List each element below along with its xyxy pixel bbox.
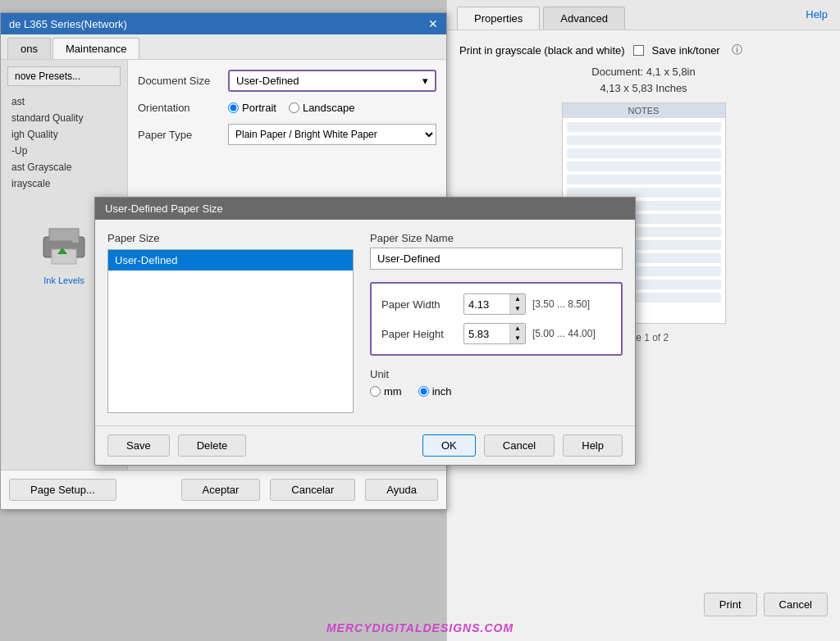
paper-width-spinner: ▲ ▼ — [509, 294, 525, 314]
paper-name-input[interactable] — [370, 248, 623, 270]
print-cancel-area: Print Cancel — [447, 584, 840, 625]
document-size-label: Document Size — [138, 75, 228, 87]
list-item[interactable]: User-Defined — [108, 250, 353, 270]
paper-width-input[interactable] — [464, 296, 509, 313]
page-setup-button[interactable]: Page Setup... — [9, 479, 116, 501]
tab-options[interactable]: ons — [7, 38, 51, 59]
list-item[interactable]: ast — [7, 93, 121, 110]
panel-tabs: Properties Advanced Help — [447, 0, 840, 30]
unit-inch-label: inch — [432, 385, 452, 398]
grayscale-row: Print in grayscale (black and white) Sav… — [459, 43, 828, 57]
list-item[interactable]: irayscale — [7, 175, 121, 192]
paper-height-range: [5.00 ... 44.00] — [532, 328, 596, 339]
landscape-option[interactable]: Landscape — [289, 102, 355, 114]
paper-dimensions-box: Paper Width ▲ ▼ [3.50 ... 8.50] Paper He… — [370, 282, 623, 356]
paper-height-row: Paper Height ▲ ▼ [5.00 ... 44.00] — [381, 323, 611, 344]
orientation-row: Orientation Portrait Landscape — [138, 102, 436, 114]
orientation-label: Orientation — [138, 102, 228, 114]
paper-size-list-label: Paper Size — [107, 232, 354, 244]
paper-height-input[interactable] — [464, 325, 509, 343]
paper-width-up-button[interactable]: ▲ — [510, 294, 525, 304]
unit-mm-option[interactable]: mm — [370, 385, 402, 398]
svg-rect-4 — [72, 239, 79, 243]
paper-size-dialog-title: User-Defined Paper Size — [95, 198, 635, 220]
portrait-radio[interactable] — [228, 102, 239, 113]
list-item[interactable]: -Up — [7, 143, 121, 159]
help-link[interactable]: Help — [806, 8, 828, 20]
paper-height-spinner: ▲ ▼ — [509, 324, 525, 343]
close-icon[interactable]: ✕ — [428, 17, 438, 30]
notes-label: NOTES — [563, 103, 725, 118]
paper-width-label: Paper Width — [381, 298, 463, 311]
document-size-value: User-Defined — [236, 75, 299, 87]
document-size-info: Document: 4,1 x 5,8in — [459, 66, 828, 78]
unit-options: mm inch — [370, 385, 623, 398]
paper-size-footer: Save Delete OK Cancel Help — [95, 425, 635, 465]
paper-type-row: Paper Type Plain Paper / Bright White Pa… — [138, 124, 436, 145]
landscape-radio[interactable] — [289, 102, 299, 113]
printer-dialog-title-text: de L365 Series(Network) — [9, 18, 127, 30]
cancel-button[interactable]: Cancel — [484, 434, 555, 457]
watermark: MERCYDIGITALDESIGNS.COM — [326, 621, 514, 634]
tab-properties[interactable]: Properties — [457, 7, 540, 30]
preview-line — [567, 161, 721, 171]
paper-height-label: Paper Height — [381, 328, 463, 340]
paper-type-select[interactable]: Plain Paper / Bright White Paper — [228, 124, 436, 145]
dropdown-chevron-icon: ▾ — [422, 75, 428, 87]
ayuda-button[interactable]: Ayuda — [365, 479, 438, 501]
cancel-button[interactable]: Cancel — [764, 593, 828, 616]
save-ink-label: Save ink/toner — [652, 44, 720, 57]
preview-line — [567, 122, 721, 132]
help-button[interactable]: Help — [563, 434, 623, 457]
tab-maintenance[interactable]: Maintenance — [52, 38, 139, 59]
tab-advanced[interactable]: Advanced — [543, 7, 625, 30]
paper-height-down-button[interactable]: ▼ — [510, 334, 525, 343]
paper-width-range: [3.50 ... 8.50] — [532, 298, 590, 310]
paper-type-label: Paper Type — [138, 129, 228, 141]
portrait-option[interactable]: Portrait — [228, 102, 276, 114]
unit-section: Unit mm inch — [370, 368, 623, 398]
document-size-inches: 4,13 x 5,83 Inches — [459, 82, 828, 94]
list-item[interactable]: igh Quality — [7, 126, 121, 143]
footer-left-buttons: Save Delete — [107, 434, 246, 457]
info-icon: ⓘ — [732, 43, 742, 57]
paper-width-row: Paper Width ▲ ▼ [3.50 ... 8.50] — [381, 293, 611, 315]
aceptar-button[interactable]: Aceptar — [181, 479, 261, 501]
paper-width-input-wrap: ▲ ▼ — [463, 293, 526, 315]
preview-line — [567, 135, 721, 145]
printer-dialog-titlebar: de L365 Series(Network) ✕ — [1, 13, 446, 34]
unit-inch-option[interactable]: inch — [418, 385, 452, 398]
list-item[interactable]: standard Quality — [7, 110, 121, 126]
document-size-row: Document Size User-Defined ▾ — [138, 70, 436, 92]
preview-line — [567, 148, 721, 158]
unit-inch-radio[interactable] — [418, 386, 429, 397]
printer-icon — [39, 225, 89, 266]
landscape-label: Landscape — [303, 102, 355, 114]
svg-rect-1 — [49, 229, 79, 241]
grayscale-label: Print in grayscale (black and white) — [459, 44, 625, 57]
paper-size-left-panel: Paper Size User-Defined — [107, 232, 354, 413]
printer-tabs: ons Maintenance — [1, 34, 446, 60]
save-ink-checkbox[interactable] — [633, 45, 644, 56]
cancelar-button[interactable]: Cancelar — [270, 479, 355, 501]
paper-height-up-button[interactable]: ▲ — [510, 324, 525, 334]
paper-size-right-panel: Paper Size Name Paper Width ▲ ▼ [3.50 ..… — [370, 232, 623, 413]
portrait-label: Portrait — [242, 102, 276, 114]
document-size-select[interactable]: User-Defined ▾ — [228, 70, 436, 92]
delete-button[interactable]: Delete — [178, 434, 247, 457]
paper-size-list[interactable]: User-Defined — [107, 249, 354, 413]
paper-width-down-button[interactable]: ▼ — [510, 304, 525, 314]
paper-name-label: Paper Size Name — [370, 232, 623, 244]
unit-mm-radio[interactable] — [370, 386, 381, 397]
paper-height-input-wrap: ▲ ▼ — [463, 323, 526, 344]
orientation-options: Portrait Landscape — [228, 102, 355, 114]
preview-line — [567, 175, 721, 184]
save-button[interactable]: Save — [107, 434, 170, 457]
print-button[interactable]: Print — [704, 593, 757, 616]
paper-size-body: Paper Size User-Defined Paper Size Name … — [95, 220, 635, 425]
preset-list: ast standard Quality igh Quality -Up ast… — [7, 93, 121, 192]
presets-button[interactable]: nove Presets... — [7, 66, 121, 86]
list-item[interactable]: ast Grayscale — [7, 159, 121, 175]
unit-label: Unit — [370, 368, 623, 380]
ok-button[interactable]: OK — [422, 434, 476, 457]
